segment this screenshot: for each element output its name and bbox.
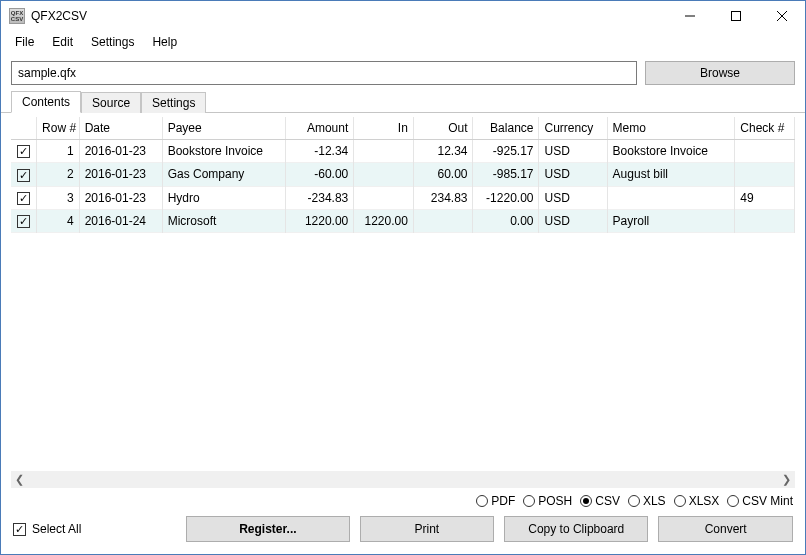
- cell-payee: Microsoft: [162, 209, 285, 232]
- cell-payee: Bookstore Invoice: [162, 140, 285, 163]
- cell-in: 1220.00: [354, 209, 414, 232]
- cell-balance: -925.17: [473, 140, 539, 163]
- cell-row: 2: [37, 163, 80, 186]
- cell-out: 234.83: [413, 186, 473, 209]
- menu-file[interactable]: File: [7, 33, 42, 51]
- cell-check: [735, 140, 795, 163]
- cell-payee: Gas Company: [162, 163, 285, 186]
- table-row[interactable]: ✓42016-01-24Microsoft1220.001220.000.00U…: [11, 209, 795, 232]
- bottom-row: ✓ Select All Register... Print Copy to C…: [1, 510, 805, 554]
- cell-memo: Payroll: [607, 209, 735, 232]
- cell-memo: Bookstore Invoice: [607, 140, 735, 163]
- table-row[interactable]: ✓22016-01-23Gas Company-60.0060.00-985.1…: [11, 163, 795, 186]
- cell-out: [413, 209, 473, 232]
- row-checkbox[interactable]: ✓: [17, 215, 30, 228]
- radio-pdf[interactable]: PDF: [476, 494, 515, 508]
- radio-posh[interactable]: POSH: [523, 494, 572, 508]
- horizontal-scrollbar[interactable]: ❮ ❯: [11, 471, 795, 488]
- cell-row: 3: [37, 186, 80, 209]
- close-button[interactable]: [759, 1, 805, 31]
- radio-xls-label: XLS: [643, 494, 666, 508]
- copy-button[interactable]: Copy to Clipboard: [504, 516, 648, 542]
- col-date[interactable]: Date: [79, 117, 162, 140]
- col-amount[interactable]: Amount: [286, 117, 354, 140]
- menubar: File Edit Settings Help: [1, 31, 805, 53]
- cell-amount: -60.00: [286, 163, 354, 186]
- data-table: Row # Date Payee Amount In Out Balance C…: [11, 117, 795, 233]
- scroll-track[interactable]: [28, 471, 778, 488]
- cell-memo: [607, 186, 735, 209]
- tab-source[interactable]: Source: [81, 92, 141, 113]
- cell-date: 2016-01-23: [79, 186, 162, 209]
- cell-out: 12.34: [413, 140, 473, 163]
- table-area: Row # Date Payee Amount In Out Balance C…: [11, 117, 795, 467]
- browse-button[interactable]: Browse: [645, 61, 795, 85]
- convert-button[interactable]: Convert: [658, 516, 793, 542]
- svg-line-3: [777, 11, 787, 21]
- cell-currency: USD: [539, 186, 607, 209]
- col-check[interactable]: [11, 117, 37, 140]
- menu-settings[interactable]: Settings: [83, 33, 142, 51]
- svg-line-2: [777, 11, 787, 21]
- scroll-right-icon[interactable]: ❯: [778, 471, 795, 488]
- radio-csvmint[interactable]: CSV Mint: [727, 494, 793, 508]
- print-button[interactable]: Print: [360, 516, 495, 542]
- row-checkbox[interactable]: ✓: [17, 145, 30, 158]
- col-out[interactable]: Out: [413, 117, 473, 140]
- cell-check: 49: [735, 186, 795, 209]
- titlebar: QFX CSV QFX2CSV: [1, 1, 805, 31]
- radio-xlsx[interactable]: XLSX: [674, 494, 720, 508]
- table-row[interactable]: ✓12016-01-23Bookstore Invoice-12.3412.34…: [11, 140, 795, 163]
- col-memo[interactable]: Memo: [607, 117, 735, 140]
- row-checkbox[interactable]: ✓: [17, 169, 30, 182]
- col-currency[interactable]: Currency: [539, 117, 607, 140]
- menu-help[interactable]: Help: [144, 33, 185, 51]
- cell-amount: -12.34: [286, 140, 354, 163]
- menu-edit[interactable]: Edit: [44, 33, 81, 51]
- tabs: Contents Source Settings: [1, 91, 805, 113]
- cell-currency: USD: [539, 209, 607, 232]
- cell-amount: 1220.00: [286, 209, 354, 232]
- col-in[interactable]: In: [354, 117, 414, 140]
- table-row[interactable]: ✓32016-01-23Hydro-234.83234.83-1220.00US…: [11, 186, 795, 209]
- radio-xlsx-label: XLSX: [689, 494, 720, 508]
- col-check[interactable]: Check #: [735, 117, 795, 140]
- tab-settings[interactable]: Settings: [141, 92, 206, 113]
- register-button[interactable]: Register...: [186, 516, 349, 542]
- radio-pdf-label: PDF: [491, 494, 515, 508]
- select-all-label: Select All: [32, 522, 81, 536]
- cell-payee: Hydro: [162, 186, 285, 209]
- check-icon: ✓: [13, 523, 26, 536]
- minimize-button[interactable]: [667, 1, 713, 31]
- radio-xls[interactable]: XLS: [628, 494, 666, 508]
- cell-date: 2016-01-23: [79, 163, 162, 186]
- row-checkbox[interactable]: ✓: [17, 192, 30, 205]
- cell-in: [354, 186, 414, 209]
- cell-currency: USD: [539, 163, 607, 186]
- file-path-input[interactable]: [11, 61, 637, 85]
- col-balance[interactable]: Balance: [473, 117, 539, 140]
- cell-balance: -1220.00: [473, 186, 539, 209]
- col-row[interactable]: Row #: [37, 117, 80, 140]
- cell-memo: August bill: [607, 163, 735, 186]
- cell-out: 60.00: [413, 163, 473, 186]
- maximize-button[interactable]: [713, 1, 759, 31]
- radio-csvmint-label: CSV Mint: [742, 494, 793, 508]
- cell-currency: USD: [539, 140, 607, 163]
- col-payee[interactable]: Payee: [162, 117, 285, 140]
- cell-check: [735, 163, 795, 186]
- cell-balance: 0.00: [473, 209, 539, 232]
- cell-check: [735, 209, 795, 232]
- tab-contents[interactable]: Contents: [11, 91, 81, 113]
- cell-in: [354, 163, 414, 186]
- format-radio-row: PDF POSH CSV XLS XLSX CSV Mint: [1, 488, 805, 510]
- cell-balance: -985.17: [473, 163, 539, 186]
- cell-amount: -234.83: [286, 186, 354, 209]
- select-all-checkbox[interactable]: ✓ Select All: [13, 522, 166, 536]
- scroll-left-icon[interactable]: ❮: [11, 471, 28, 488]
- radio-csv[interactable]: CSV: [580, 494, 620, 508]
- app-icon: QFX CSV: [9, 8, 25, 24]
- svg-rect-1: [732, 12, 741, 21]
- cell-in: [354, 140, 414, 163]
- cell-row: 4: [37, 209, 80, 232]
